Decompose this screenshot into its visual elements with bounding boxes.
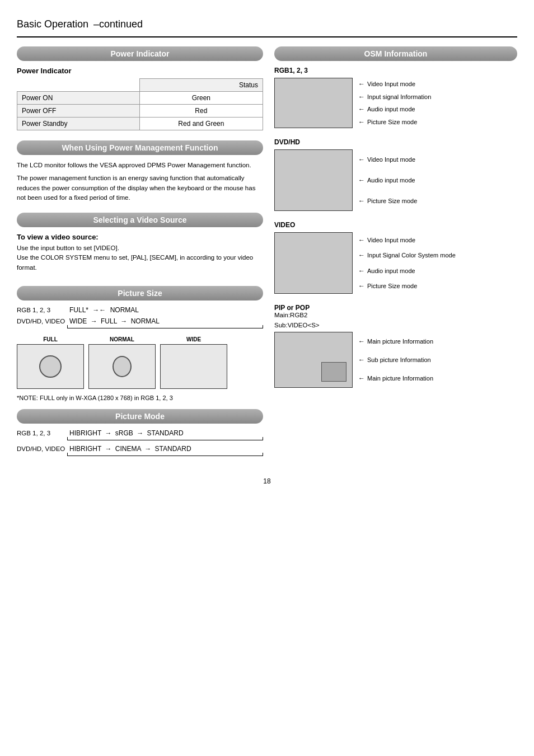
left-arrow-icon: ← [358, 197, 365, 205]
pip-title: PIP or POP [274, 304, 517, 312]
power-indicator-section: Power Indicator Power Indicator Status P… [17, 46, 263, 130]
power-indicator-table: Status Power ON Green Power OFF Red Powe… [17, 78, 263, 130]
power-on-label: Power ON [17, 92, 140, 105]
osm-video-arrow2: Input Signal Color System mode [367, 252, 456, 259]
pm-arrow3: → [105, 445, 111, 453]
pip-arrows: ← Main picture Information ← Sub picture… [358, 332, 433, 388]
table-row: Power Standby Red and Green [17, 118, 263, 130]
osm-rgb-arrows: ← Video Input mode ← Input signal Inform… [358, 78, 431, 128]
osm-rgb-arrow2: Input signal Information [367, 93, 431, 100]
selecting-video-header: Selecting a Video Source [17, 213, 263, 227]
power-off-label: Power OFF [17, 105, 140, 118]
osm-rgb-arrow1: Video Input mode [367, 81, 415, 87]
page-number: 18 [17, 477, 517, 485]
picture-size-dvd-row: DVD/HD, VIDEO WIDE → FULL → NORMAL [17, 317, 263, 328]
left-arrow-icon: ← [358, 356, 365, 364]
pm-arrow1: → [105, 429, 111, 437]
illus-full-label: FULL [43, 336, 58, 342]
when-using-para2: The power management function is an ener… [17, 173, 263, 203]
pip-sub: Sub:VIDEO<S> [274, 322, 517, 328]
pm-rgb-val2: sRGB [115, 429, 133, 437]
illus-full-box [17, 344, 84, 389]
to-view-line1: Use the input button to set [VIDEO]. [17, 243, 263, 253]
page-title: Basic Operation –continued [17, 11, 517, 32]
osm-video-block: VIDEO ← Video Input mode ← Input Signal … [274, 221, 517, 294]
arrow-right-icon-2: → [120, 317, 127, 325]
osm-video-arrows: ← Video Input mode ← Input Signal Color … [358, 232, 456, 294]
osm-video-arrow1: Video Input mode [367, 237, 415, 243]
osm-rgb-screen [274, 78, 353, 128]
osm-rgb-title: RGB1, 2, 3 [274, 67, 517, 74]
pm-cycle-dvd: DVD/HD, VIDEO HIBRIGHT → CINEMA → STANDA… [17, 445, 263, 456]
ps-rgb-val2: NORMAL [110, 306, 139, 314]
pip-main: Main:RGB2 [274, 312, 517, 318]
when-using-header: When Using Power Management Function [17, 140, 263, 155]
osm-dvd-screen [274, 149, 353, 211]
osm-rgb-arrow3: Audio input mode [367, 106, 415, 112]
power-indicator-header: Power Indicator [17, 46, 263, 61]
power-indicator-subtitle: Power Indicator [17, 67, 263, 75]
osm-dvd-arrow2: Audio input mode [367, 177, 415, 184]
ps-cycle-dvd: DVD/HD, VIDEO WIDE → FULL → NORMAL [17, 317, 263, 328]
pip-screen [274, 332, 353, 388]
selecting-video-section: Selecting a Video Source To view a video… [17, 213, 263, 273]
left-column: Power Indicator Power Indicator Status P… [17, 46, 263, 461]
power-standby-label: Power Standby [17, 118, 140, 130]
picture-size-rgb-row: RGB 1, 2, 3 FULL* →← NORMAL [17, 306, 263, 314]
pm-dvd-val3: STANDARD [155, 445, 191, 453]
power-off-value: Red [139, 105, 263, 118]
left-arrow-icon: ← [358, 282, 365, 290]
osm-dvd-arrow1: Video Input mode [367, 156, 415, 163]
pm-rgb-val1: HIBRIGHT [69, 429, 101, 437]
picture-size-section: Picture Size RGB 1, 2, 3 FULL* →← NORMAL [17, 286, 263, 401]
pip-arrow2: Sub picture Information [367, 356, 431, 363]
illus-normal-label: NORMAL [110, 336, 134, 342]
left-arrow-icon: ← [358, 374, 365, 382]
osm-rgb-arrow4: Picture Size mode [367, 119, 417, 125]
arrow-right-icon-1: → [91, 317, 97, 325]
picture-size-header: Picture Size [17, 286, 263, 300]
left-arrow-icon: ← [358, 105, 365, 113]
osm-dvd-title: DVD/HD [274, 138, 517, 146]
right-column: OSM Information RGB1, 2, 3 ← Video Input… [274, 46, 517, 461]
picture-size-note: *NOTE: FULL only in W-XGA (1280 x 768) i… [17, 395, 263, 401]
left-arrow-icon: ← [358, 267, 365, 275]
power-on-value: Green [139, 92, 263, 105]
ps-dvd-label: DVD/HD, VIDEO [17, 318, 67, 325]
page-header: Basic Operation –continued [17, 11, 517, 37]
left-arrow-icon: ← [358, 251, 365, 259]
double-arrow-icon: →← [92, 306, 106, 314]
table-row: Power ON Green [17, 92, 263, 105]
picture-mode-header: Picture Mode [17, 409, 263, 424]
pip-arrow1: Main picture Information [367, 338, 433, 345]
illus-normal-box [88, 344, 156, 389]
ps-dvd-val3: NORMAL [131, 317, 160, 325]
osm-video-arrow3: Audio input mode [367, 267, 415, 274]
pm-dvd-loop [67, 453, 263, 456]
to-view-title: To view a video source: [17, 233, 263, 241]
pm-cycle-rgb: RGB 1, 2, 3 HIBRIGHT → sRGB → STANDARD [17, 429, 263, 440]
osm-video-arrow4: Picture Size mode [367, 283, 417, 289]
to-view-line2: Use the COLOR SYSTEM menu to set, [PAL],… [17, 253, 263, 273]
pip-arrow3: Main picture Information [367, 375, 433, 382]
illus-normal-circle [113, 356, 132, 377]
pm-dvd-val2: CINEMA [115, 445, 141, 453]
pip-section: PIP or POP Main:RGB2 Sub:VIDEO<S> ← Main… [274, 304, 517, 388]
pm-rgb-label: RGB 1, 2, 3 [17, 430, 67, 436]
pm-arrow2: → [137, 429, 143, 437]
ps-dvd-val2: FULL [101, 317, 117, 325]
pm-dvd-label: DVD/HD, VIDEO [17, 445, 67, 452]
ps-rgb-val1: FULL* [69, 306, 88, 314]
picture-mode-section: Picture Mode RGB 1, 2, 3 HIBRIGHT → sRGB… [17, 409, 263, 456]
table-status-header: Status [139, 79, 263, 92]
pm-rgb-loop [67, 437, 263, 440]
power-standby-value: Red and Green [139, 118, 263, 130]
pip-sub-screen [321, 362, 346, 382]
osm-dvd-arrow3: Picture Size mode [367, 198, 417, 204]
osm-header: OSM Information [274, 46, 517, 61]
when-using-para1: The LCD monitor follows the VESA approve… [17, 161, 263, 170]
pm-arrow4: → [144, 445, 151, 453]
pm-dvd-row: DVD/HD, VIDEO HIBRIGHT → CINEMA → STANDA… [17, 445, 263, 456]
pm-rgb-val3: STANDARD [147, 429, 184, 437]
left-arrow-icon: ← [358, 118, 365, 126]
